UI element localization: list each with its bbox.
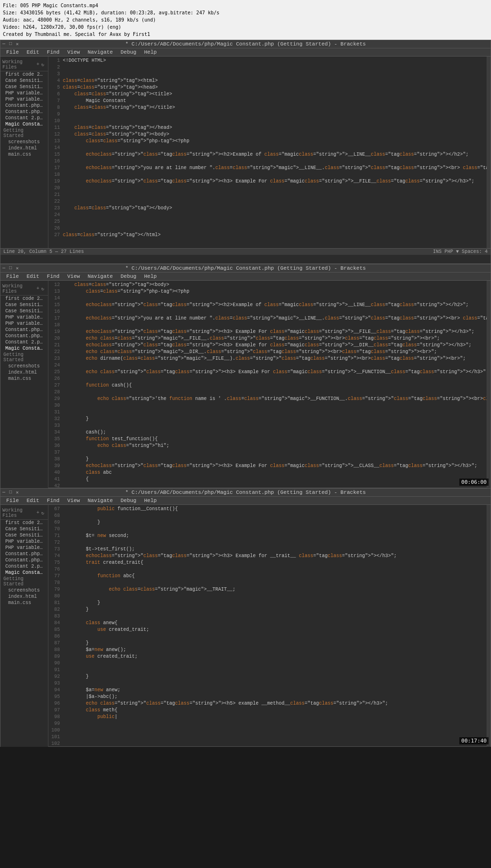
menu-navigate-2[interactable]: Navigate xyxy=(84,273,117,280)
menu-debug-1[interactable]: Debug xyxy=(117,48,140,56)
code-line: 76 xyxy=(48,566,487,573)
sidebar-add-icon-2[interactable]: + xyxy=(36,286,39,292)
code-line: 74 echoclass="string">"class="tagclass="… xyxy=(48,553,487,560)
titlebar-icon-close[interactable]: ✕ xyxy=(16,41,19,47)
sidebar-refresh-icon-3[interactable]: ↻ xyxy=(41,510,44,516)
sidebar-sub-maincss[interactable]: main.css xyxy=(0,151,48,158)
menu-file-1[interactable]: File xyxy=(2,48,23,56)
sidebar-sub-index[interactable]: index.html xyxy=(0,145,48,151)
sidebar-item-const-text-3[interactable]: Constant.php – text xyxy=(0,557,48,563)
sidebar-refresh-icon-2[interactable]: ↻ xyxy=(41,286,44,292)
scrollbar-1[interactable] xyxy=(487,57,491,248)
sidebar-item-casesens1-3[interactable]: Case Sensitivity 2.php xyxy=(0,526,48,532)
sidebar-item-casesens1-2[interactable]: Case Sensitivity 2.php xyxy=(0,302,48,308)
code-line: 39 echoclass="string">"class="tagclass="… xyxy=(48,463,487,469)
sidebar-item-firstcode-3[interactable]: first code 2.php xyxy=(0,520,48,526)
sidebar-icons-2: + ↻ xyxy=(35,285,46,293)
sidebar-item-const-php-3[interactable]: Constant.php – php xyxy=(0,551,48,557)
sidebar-sub-screenshots[interactable]: screenshots xyxy=(0,139,48,145)
menu-navigate-3[interactable]: Navigate xyxy=(84,497,117,504)
menu-help-3[interactable]: Help xyxy=(140,497,160,504)
code-line: 22 echo class=class="string">"magic">__D… xyxy=(48,349,487,355)
getting-started-3[interactable]: Getting Started xyxy=(0,576,48,587)
code-area-3[interactable]: 67 public function__Constant(){68 69 }70… xyxy=(48,505,487,747)
menu-find-2[interactable]: Find xyxy=(43,273,63,280)
menu-file-2[interactable]: File xyxy=(2,273,23,280)
menu-debug-2[interactable]: Debug xyxy=(117,273,140,280)
sidebar-item-phpvars2[interactable]: PHP variables 2.php xyxy=(0,96,48,103)
sidebar-add-icon[interactable]: + xyxy=(36,62,39,68)
menu-find-1[interactable]: Find xyxy=(43,48,63,56)
menu-help-2[interactable]: Help xyxy=(140,273,160,280)
menu-debug-3[interactable]: Debug xyxy=(117,497,140,504)
menu-help-1[interactable]: Help xyxy=(140,48,160,56)
working-files-label-3: Working Files xyxy=(2,508,35,518)
sidebar-sub-index-2[interactable]: index.html xyxy=(0,369,48,376)
titlebar-icon-maximize[interactable]: □ xyxy=(9,41,12,47)
sidebar-sub-maincss-2[interactable]: main.css xyxy=(0,376,48,382)
code-line: 36 echo class="string">"hi"; xyxy=(48,443,487,449)
sidebar-item-phpvars1-2[interactable]: PHP variables 2.php xyxy=(0,314,48,320)
sidebar-item-firstcode[interactable]: first code 2.php xyxy=(0,71,48,78)
menu-view-3[interactable]: View xyxy=(63,497,83,504)
sidebar-item-casesens2[interactable]: Case Sensitivity 2.php xyxy=(0,84,48,90)
sidebar-sub-screenshots-2[interactable]: screenshots xyxy=(0,363,48,369)
line-content: use created_trait; xyxy=(63,653,487,660)
sidebar-item-const2-2[interactable]: Constant 2.php xyxy=(0,339,48,345)
line-number: 69 xyxy=(48,519,63,526)
sidebar-item-const-php-2[interactable]: Constant.php – php xyxy=(0,327,48,333)
line-content: } xyxy=(63,600,487,606)
menu-view-1[interactable]: View xyxy=(63,48,83,56)
menu-edit-2[interactable]: Edit xyxy=(23,273,43,280)
sidebar-item-casesens1[interactable]: Case Sensitivity 2.php xyxy=(0,78,48,84)
sidebar-sub-maincss-3[interactable]: main.css xyxy=(0,600,48,606)
sidebar-sub-screenshots-3[interactable]: screenshots xyxy=(0,587,48,594)
menu-edit-1[interactable]: Edit xyxy=(23,48,43,56)
line-content: echo class="string">"hi"; xyxy=(63,443,487,449)
sidebar-refresh-icon[interactable]: ↻ xyxy=(41,62,44,68)
line-number: 80 xyxy=(48,593,63,600)
line-content: } xyxy=(63,416,487,423)
getting-started-1[interactable]: Getting Started xyxy=(0,127,48,139)
sidebar-item-const-text[interactable]: Constant.php – text xyxy=(0,109,48,115)
menu-find-3[interactable]: Find xyxy=(43,497,63,504)
sidebar-item-phpvars1-3[interactable]: PHP variables 2.php xyxy=(0,538,48,545)
sidebar-item-const2[interactable]: Constant 2.php xyxy=(0,115,48,121)
menu-view-2[interactable]: View xyxy=(63,273,83,280)
sidebar-item-casesens2-2[interactable]: Case Sensitivity 2.php xyxy=(0,308,48,314)
sidebar-item-const-php[interactable]: Constant.php – php xyxy=(0,103,48,109)
titlebar-icon-maximize-2[interactable]: □ xyxy=(9,265,12,271)
scrollbar-3[interactable] xyxy=(487,505,491,747)
line-number: 24 xyxy=(48,212,63,218)
sidebar-item-const2-3[interactable]: Constant 2.php xyxy=(0,563,48,570)
titlebar-icon-close-2[interactable]: ✕ xyxy=(16,265,19,271)
titlebar-icon-minimize-2[interactable]: — xyxy=(2,265,5,271)
code-line: 24 xyxy=(48,212,487,218)
sidebar-item-const-text-2[interactable]: Constant.php – text xyxy=(0,333,48,339)
sidebar-item-magic-2[interactable]: Magic Constant.php xyxy=(0,345,48,352)
sidebar-item-phpvars2-3[interactable]: PHP variables 2.php xyxy=(0,545,48,551)
menu-file-3[interactable]: File xyxy=(2,497,23,504)
sidebar-item-magic[interactable]: Magic Constant.php xyxy=(0,121,48,127)
titlebar-icon-minimize-3[interactable]: — xyxy=(2,490,5,495)
code-line: 23 class=class="string">"tag"></body> xyxy=(48,205,487,212)
titlebar-icon-minimize[interactable]: — xyxy=(2,41,5,47)
titlebar-icon-maximize-3[interactable]: □ xyxy=(9,490,12,495)
sidebar-item-firstcode-2[interactable]: first code 2.php xyxy=(0,296,48,302)
video-info-line4: Video: h264, 1280x720, 30,00 fps(r) (eng… xyxy=(3,23,488,31)
statusbar-1: Line 20, Column 5 — 27 Lines INS PHP ▼ S… xyxy=(0,248,491,255)
line-number: 94 xyxy=(48,687,63,694)
code-area-1[interactable]: 1<!DOCTYPE HTML>2 3 4class=class="string… xyxy=(48,57,487,248)
line-number: 22 xyxy=(48,349,63,355)
sidebar-item-phpvars1[interactable]: PHP variables 2.php xyxy=(0,90,48,96)
menu-navigate-1[interactable]: Navigate xyxy=(84,48,117,56)
sidebar-item-phpvars2-2[interactable]: PHP variables 2.php xyxy=(0,320,48,327)
sidebar-item-casesens2-3[interactable]: Case Sensitivity 2.php xyxy=(0,532,48,538)
sidebar-sub-index-3[interactable]: index.html xyxy=(0,594,48,600)
timestamp-2: 00:06:00 xyxy=(459,479,489,486)
sidebar-add-icon-3[interactable]: + xyxy=(36,510,39,516)
titlebar-icon-close-3[interactable]: ✕ xyxy=(16,490,19,495)
sidebar-item-magic-3[interactable]: Magic Constant.php xyxy=(0,570,48,576)
getting-started-2[interactable]: Getting Started xyxy=(0,352,48,363)
menu-edit-3[interactable]: Edit xyxy=(23,497,43,504)
